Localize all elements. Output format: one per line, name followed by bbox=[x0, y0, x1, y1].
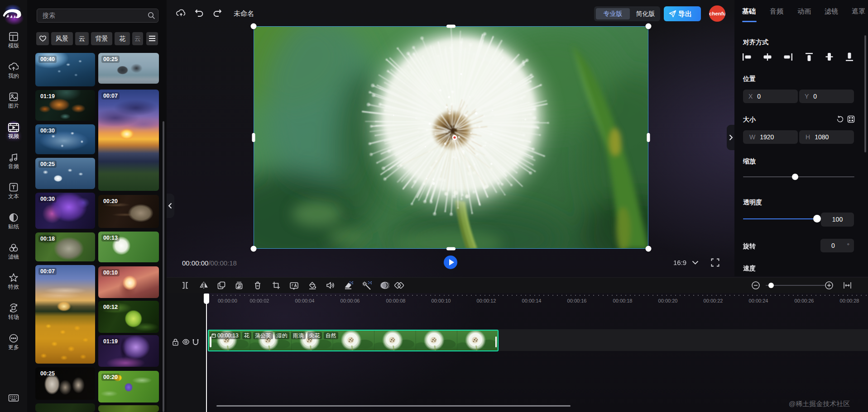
svg-text:AI: AI bbox=[369, 281, 372, 284]
svg-text:AI: AI bbox=[350, 281, 353, 284]
